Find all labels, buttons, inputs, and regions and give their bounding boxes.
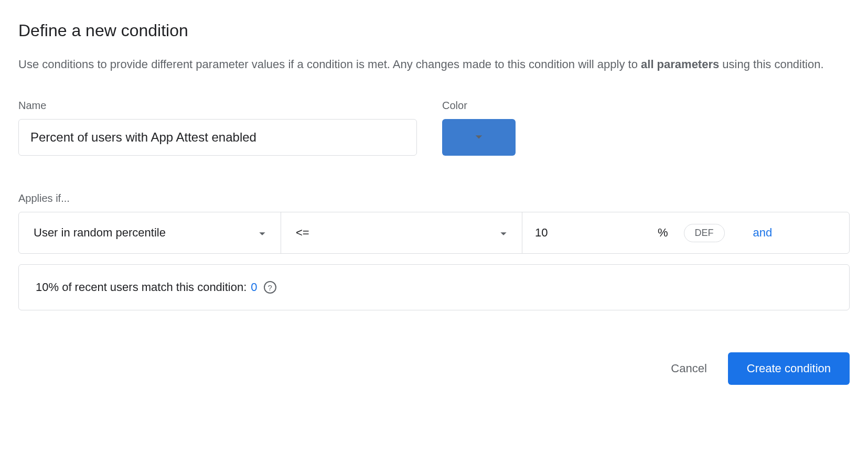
description-bold: all parameters <box>641 58 719 71</box>
applies-section: Applies if... User in random percentile … <box>18 192 850 310</box>
percentile-value-input[interactable] <box>535 226 650 240</box>
name-input[interactable] <box>18 119 417 156</box>
description-text: Use conditions to provide different para… <box>18 55 850 73</box>
operator-value: <= <box>296 226 309 240</box>
seed-chip[interactable]: DEF <box>684 224 725 242</box>
condition-type-select[interactable]: User in random percentile <box>19 212 281 253</box>
value-section: % DEF and <box>522 224 849 242</box>
help-icon[interactable]: ? <box>264 281 276 294</box>
operator-select[interactable]: <= <box>281 212 522 253</box>
match-info: 10% of recent users match this condition… <box>18 264 850 310</box>
description-suffix: using this condition. <box>719 58 823 71</box>
percent-sign: % <box>658 226 668 240</box>
name-label: Name <box>18 100 417 112</box>
applies-label: Applies if... <box>18 192 850 204</box>
color-picker-button[interactable] <box>442 119 516 156</box>
fields-row: Name Color <box>18 100 850 156</box>
cancel-button[interactable]: Cancel <box>671 362 706 375</box>
actions-row: Cancel Create condition <box>18 352 850 385</box>
description-prefix: Use conditions to provide different para… <box>18 58 641 71</box>
chevron-down-icon <box>259 226 266 240</box>
and-link[interactable]: and <box>753 226 773 240</box>
condition-type-value: User in random percentile <box>34 226 166 240</box>
color-field-group: Color <box>442 100 516 156</box>
condition-row: User in random percentile <= % DEF and <box>18 212 850 254</box>
page-title: Define a new condition <box>18 21 850 40</box>
chevron-down-icon <box>475 134 483 142</box>
color-label: Color <box>442 100 516 112</box>
create-condition-button[interactable]: Create condition <box>728 352 850 385</box>
match-count: 0 <box>251 280 257 294</box>
match-text: 10% of recent users match this condition… <box>36 280 247 294</box>
chevron-down-icon <box>500 226 507 240</box>
name-field-group: Name <box>18 100 417 156</box>
